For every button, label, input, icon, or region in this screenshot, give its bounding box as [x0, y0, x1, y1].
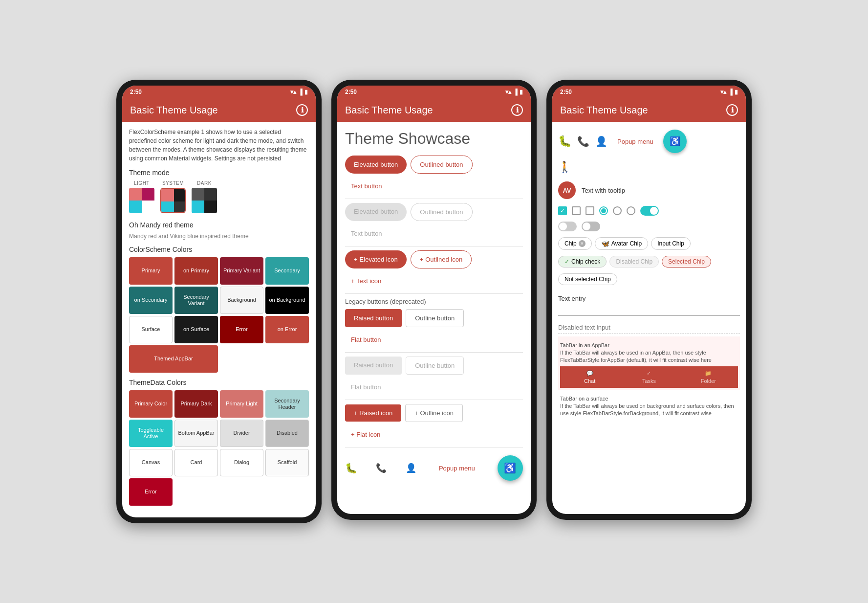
chip-check[interactable]: ✓ Chip check [558, 256, 607, 268]
disabled-chip: Disabled Chip [609, 256, 659, 268]
checkbox-row: ✓ [558, 203, 740, 219]
icon-row-top: 🐛 📞 👤 Popup menu ♿ [558, 126, 740, 157]
info-button-3[interactable]: ℹ [726, 104, 738, 116]
input-chip[interactable]: Input Chip [651, 237, 691, 250]
disabled-input-section [558, 319, 740, 336]
radio-selected[interactable] [599, 206, 608, 215]
elevated-icon-button[interactable]: + Elevated icon [345, 250, 407, 268]
system-label: SYSTEM [162, 180, 184, 186]
status-time-2: 2:50 [345, 89, 357, 95]
status-bar-1: 2:50 ▾▴ ▐ ▮ [122, 86, 316, 98]
phone-1-content: FlexColorScheme example 1 shows how to u… [122, 122, 316, 517]
elevated-button[interactable]: Elevated button [345, 156, 407, 174]
phone-3: 2:50 ▾▴ ▐ ▮ Basic Theme Usage ℹ 🐛 📞 👤 Po… [546, 80, 752, 520]
bug-icon: 🐛 [558, 135, 571, 148]
avatar-chip[interactable]: 🦋 Avatar Chip [595, 237, 648, 250]
check-icon: ✓ [564, 258, 569, 265]
theme-name: Oh Mandy red theme [129, 221, 309, 229]
toggle-row [558, 219, 740, 234]
text-button-disabled: Text button [345, 225, 388, 242]
tab-chat[interactable]: 💬 Chat [560, 366, 619, 388]
fab-button-3[interactable]: ♿ [663, 130, 687, 153]
theme-mode-label: Theme mode [129, 169, 309, 177]
toggle-off-2[interactable] [582, 222, 600, 231]
text-icon-button[interactable]: + Text icon [345, 272, 387, 290]
radio-unselected-2[interactable] [627, 206, 635, 215]
toggle-on[interactable] [640, 206, 659, 216]
status-bar-2: 2:50 ▾▴ ▐ ▮ [337, 86, 531, 98]
tab-tasks[interactable]: ✓ Tasks [619, 366, 678, 388]
popup-menu-3[interactable]: Popup menu [613, 136, 657, 147]
text-input[interactable] [558, 304, 740, 316]
outlined-button[interactable]: Outlined button [411, 156, 472, 174]
tasks-icon: ✓ [647, 370, 651, 377]
theme-option-dark[interactable]: DARK [192, 180, 217, 213]
checkbox-unchecked-2[interactable] [586, 206, 594, 215]
elevated-row-1: Elevated button Outlined button [345, 156, 523, 174]
elevated-row-disabled: Elevated button Outlined button [345, 203, 523, 221]
text-entry-label: Text entry [558, 295, 740, 302]
legacy-label: Legacy buttons (deprecated) [345, 298, 523, 305]
color-primary: Primary [129, 257, 173, 285]
signal-icon-2: ▐ [513, 89, 518, 95]
not-selected-chip[interactable]: Not selected Chip [558, 273, 617, 285]
signal-icon-3: ▐ [728, 89, 733, 95]
plus-icon-1: + [354, 256, 358, 263]
radio-unselected-1[interactable] [613, 206, 622, 215]
theme-option-system[interactable]: SYSTEM [160, 180, 186, 213]
battery-icon-2: ▮ [520, 89, 523, 95]
theme-mode-section: Theme mode LIGHT [129, 169, 309, 213]
dark-label: DARK [197, 180, 212, 186]
info-button-2[interactable]: ℹ [511, 104, 523, 116]
plus-icon-2: + [420, 256, 424, 263]
raised-icon-button[interactable]: + Raised icon [345, 404, 401, 422]
flat-icon-button[interactable]: + Flat icon [345, 426, 386, 443]
selected-chip[interactable]: Selected Chip [662, 256, 711, 268]
chip-row-2: ✓ Chip check Disabled Chip Selected Chip [558, 253, 740, 270]
checkbox-unchecked-1[interactable] [572, 206, 581, 215]
wifi-icon: ▾▴ [290, 89, 296, 95]
app-bar-1: Basic Theme Usage ℹ [122, 98, 316, 122]
td-canvas: Canvas [129, 449, 173, 476]
outline-button[interactable]: Outline button [406, 309, 464, 327]
icon-row-1: + Elevated icon + Outlined icon [345, 250, 523, 268]
info-button-1[interactable]: ℹ [296, 104, 308, 116]
popup-menu-2[interactable]: Popup menu [435, 463, 479, 474]
showcase-content: Theme Showcase Elevated button Outlined … [337, 122, 531, 514]
td-primary-dark: Primary Dark [174, 390, 218, 418]
toggle-off-1[interactable] [558, 222, 577, 231]
tabbar-surface-label: TabBar on a surface [560, 393, 738, 402]
tabbar-surface-desc: If the TabBar will always be used on bac… [560, 402, 738, 418]
status-icons-2: ▾▴ ▐ ▮ [505, 89, 523, 95]
colorscheme-grid: Primary on Primary Primary Variant Secon… [129, 257, 309, 373]
td-divider: Divider [220, 420, 263, 447]
flat-button[interactable]: Flat button [345, 331, 387, 348]
outline-icon-button[interactable]: + Outline icon [405, 404, 463, 422]
app-bar-title-1: Basic Theme Usage [130, 105, 218, 116]
tabbar-appbar-section: TabBar in an AppBar If the TabBar will a… [558, 336, 740, 390]
system-grid [160, 188, 186, 213]
person-icon-2: 👤 [406, 463, 416, 473]
td-error: Error [129, 478, 173, 506]
raised-button[interactable]: Raised button [345, 309, 402, 327]
checkbox-checked[interactable]: ✓ [558, 206, 567, 215]
divider-6 [345, 447, 523, 447]
chip-1[interactable]: Chip ✕ [558, 237, 592, 250]
text-button[interactable]: Text button [345, 178, 388, 195]
flat-button-disabled: Flat button [345, 379, 387, 396]
color-error: Error [220, 316, 263, 343]
person-icon: 👤 [595, 135, 608, 147]
td-secondary-header: Secondary Header [265, 390, 309, 418]
theme-option-light[interactable]: LIGHT [129, 180, 154, 213]
tab-folder[interactable]: 📁 Folder [679, 366, 738, 388]
color-on-secondary: on Secondary [129, 287, 173, 314]
light-label: LIGHT [134, 180, 150, 186]
td-dialog: Dialog [220, 449, 263, 476]
td-card: Card [174, 449, 218, 476]
outlined-icon-button[interactable]: + Outlined icon [411, 250, 472, 268]
raised-row-disabled: Raised button Outline button [345, 357, 523, 375]
fab-button-2[interactable]: ♿ [498, 455, 523, 481]
flat-row-disabled: Flat button [345, 379, 523, 396]
status-time-1: 2:50 [130, 89, 142, 95]
phone-1-inner: 2:50 ▾▴ ▐ ▮ Basic Theme Usage ℹ FlexColo… [122, 86, 316, 517]
